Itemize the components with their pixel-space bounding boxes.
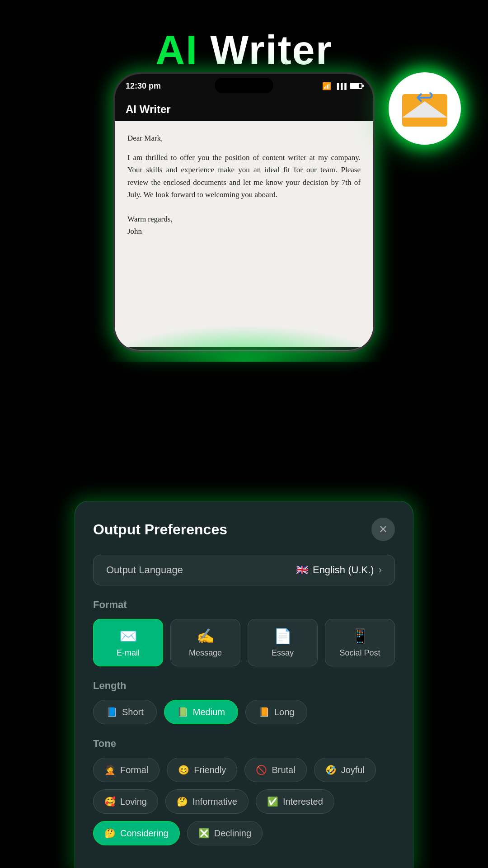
joyful-icon: 🤣: [325, 764, 337, 775]
app-title-area: AI Writer: [0, 0, 488, 74]
short-label: Short: [122, 707, 144, 717]
email-format-label: E-mail: [117, 648, 140, 658]
email-icon: ↩: [402, 90, 447, 127]
format-btn-message[interactable]: ✍️ Message: [170, 619, 240, 666]
format-buttons-row: ✉️ E-mail ✍️ Message 📄 Essay 📱 Social Po…: [93, 619, 395, 666]
letter-name: John: [127, 227, 142, 236]
email-format-icon: ✉️: [119, 627, 137, 645]
declining-label: Declining: [214, 828, 251, 839]
status-notch: [215, 78, 273, 93]
language-value: 🇬🇧 English (U.K.) ›: [296, 564, 382, 576]
tone-btn-considering[interactable]: 🤔 Considering: [93, 821, 180, 845]
panel-title: Output Preferences: [93, 521, 227, 538]
format-btn-essay[interactable]: 📄 Essay: [248, 619, 318, 666]
close-button[interactable]: ✕: [371, 518, 395, 541]
tone-btn-informative[interactable]: 🤔 Informative: [165, 789, 249, 814]
title-writer: Writer: [198, 28, 332, 73]
tone-btn-friendly[interactable]: 😊 Friendly: [167, 758, 237, 782]
output-preferences-panel: Output Preferences ✕ Output Language 🇬🇧 …: [75, 501, 413, 868]
format-section: Format ✉️ E-mail ✍️ Message 📄 Essay 📱 So…: [93, 599, 395, 666]
wifi-icon: 📶: [322, 82, 331, 90]
language-arrow-icon: ›: [379, 564, 382, 576]
declining-icon: ❎: [198, 828, 210, 839]
reply-arrow-icon: ↩: [416, 84, 434, 109]
language-text: English (U.K.): [313, 564, 374, 576]
interested-label: Interested: [283, 797, 323, 807]
interested-icon: ✅: [267, 796, 278, 807]
considering-label: Considering: [120, 828, 169, 839]
tone-btn-interested[interactable]: ✅ Interested: [256, 789, 334, 814]
tone-label: Tone: [93, 738, 395, 750]
tone-btn-declining[interactable]: ❎ Declining: [187, 821, 263, 845]
formal-icon: 🤦: [104, 764, 116, 775]
essay-format-icon: 📄: [274, 627, 292, 645]
length-btn-short[interactable]: 📘 Short: [93, 700, 157, 724]
short-icon: 📘: [106, 707, 117, 717]
considering-icon: 🤔: [104, 828, 116, 839]
tone-section: Tone 🤦 Formal 😊 Friendly 🚫 Brutal 🤣: [93, 738, 395, 845]
loving-label: Loving: [120, 797, 147, 807]
battery-icon: [350, 83, 362, 89]
signal-icon: ▐▐▐: [335, 83, 346, 90]
tone-btn-loving[interactable]: 🥰 Loving: [93, 789, 158, 814]
letter-signoff: Warm regards,: [127, 215, 173, 223]
status-time: 12:30 pm: [126, 81, 161, 91]
length-buttons-row: 📘 Short 📗 Medium 📙 Long: [93, 700, 395, 724]
long-label: Long: [274, 707, 295, 717]
length-btn-long[interactable]: 📙 Long: [245, 700, 308, 724]
phone-frame-container: 12:30 pm 📶 ▐▐▐ AI Writer Dear Mark, I am…: [113, 72, 375, 353]
tone-row-2: 🥰 Loving 🤔 Informative ✅ Interested: [93, 789, 395, 814]
format-btn-email[interactable]: ✉️ E-mail: [93, 619, 163, 666]
informative-label: Informative: [192, 797, 237, 807]
informative-icon: 🤔: [177, 796, 188, 807]
friendly-label: Friendly: [194, 765, 226, 775]
email-badge: ↩: [389, 72, 461, 145]
loving-icon: 🥰: [104, 796, 116, 807]
length-label: Length: [93, 680, 395, 692]
title-ai: AI: [155, 28, 198, 73]
tone-row-3: 🤔 Considering ❎ Declining: [93, 821, 395, 845]
format-btn-social[interactable]: 📱 Social Post: [325, 619, 395, 666]
medium-label: Medium: [193, 707, 225, 717]
language-label: Output Language: [106, 564, 183, 576]
language-selector[interactable]: Output Language 🇬🇧 English (U.K.) ›: [93, 555, 395, 585]
brutal-label: Brutal: [272, 765, 295, 775]
joyful-label: Joyful: [341, 765, 365, 775]
language-flag: 🇬🇧: [296, 564, 308, 576]
medium-icon: 📗: [177, 707, 188, 717]
essay-format-label: Essay: [272, 648, 294, 658]
tone-btn-brutal[interactable]: 🚫 Brutal: [244, 758, 306, 782]
long-icon: 📙: [258, 707, 270, 717]
letter-body: I am thrilled to offer you the position …: [127, 153, 361, 199]
format-label: Format: [93, 599, 395, 611]
tone-btn-joyful[interactable]: 🤣 Joyful: [314, 758, 376, 782]
panel-header: Output Preferences ✕: [93, 518, 395, 541]
social-format-icon: 📱: [351, 627, 369, 645]
formal-label: Formal: [120, 765, 148, 775]
brutal-icon: 🚫: [256, 764, 267, 775]
status-bar: 12:30 pm 📶 ▐▐▐: [115, 74, 373, 98]
social-format-label: Social Post: [339, 648, 380, 658]
letter-content: Dear Mark, I am thrilled to offer you th…: [115, 121, 373, 347]
tone-btn-formal[interactable]: 🤦 Formal: [93, 758, 160, 782]
message-format-label: Message: [189, 648, 222, 658]
length-section: Length 📘 Short 📗 Medium 📙 Long: [93, 680, 395, 724]
status-icons: 📶 ▐▐▐: [322, 82, 362, 90]
tone-row-1: 🤦 Formal 😊 Friendly 🚫 Brutal 🤣 Joyful: [93, 758, 395, 782]
tone-rows: 🤦 Formal 😊 Friendly 🚫 Brutal 🤣 Joyful: [93, 758, 395, 845]
phone-frame: 12:30 pm 📶 ▐▐▐ AI Writer Dear Mark, I am…: [113, 72, 375, 353]
length-btn-medium[interactable]: 📗 Medium: [164, 700, 238, 724]
phone-app-header: AI Writer: [115, 98, 373, 121]
friendly-icon: 😊: [178, 764, 189, 775]
message-format-icon: ✍️: [197, 627, 215, 645]
letter-greeting: Dear Mark,: [127, 132, 361, 144]
phone-app-title: AI Writer: [126, 103, 171, 115]
